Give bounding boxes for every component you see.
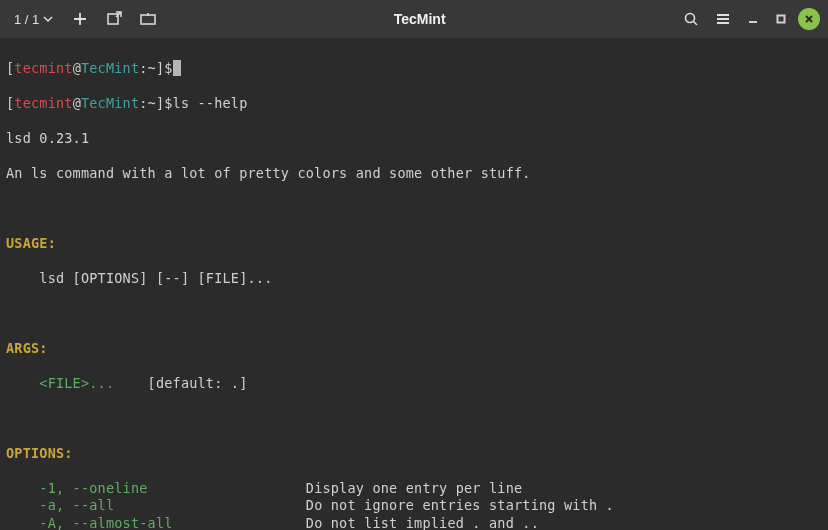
svg-rect-1 [141, 15, 155, 24]
prompt-host: TecMint [81, 60, 139, 76]
usage-header: USAGE: [6, 235, 822, 253]
prompt-path: :~ [139, 95, 156, 111]
option-desc: Display one entry per line [306, 480, 523, 496]
prompt-dollar: $ [164, 60, 172, 76]
close-button[interactable] [798, 8, 820, 30]
indent [148, 480, 306, 498]
svg-rect-3 [778, 16, 785, 23]
search-button[interactable] [678, 6, 704, 32]
menu-button[interactable] [710, 6, 736, 32]
bracket-close: ] [156, 60, 164, 76]
option-row: -A, --almost-all Do not list implied . a… [6, 515, 822, 531]
option-row: -1, --oneline Display one entry per line [6, 480, 822, 498]
prompt-at: @ [73, 60, 81, 76]
blank-line [6, 200, 822, 218]
blank-line [6, 305, 822, 323]
titlebar-left: 1 / 1 [8, 6, 161, 32]
cursor-icon [173, 60, 181, 76]
args-header: ARGS: [6, 340, 822, 358]
new-window-button[interactable] [101, 6, 127, 32]
titlebar-right [678, 6, 820, 32]
split-terminal-button[interactable] [135, 6, 161, 32]
option-flag: -a, --all [39, 497, 114, 513]
indent [173, 515, 306, 531]
blank-line [6, 410, 822, 428]
option-flag: -A, --almost-all [39, 515, 172, 531]
minimize-button[interactable] [742, 8, 764, 30]
options-header: OPTIONS: [6, 445, 822, 463]
chevron-down-icon [43, 14, 53, 24]
option-desc: Do not list implied . and .. [306, 515, 539, 531]
args-line: <FILE>... [default: .] [6, 375, 822, 393]
window-title: TecMint [165, 11, 674, 27]
titlebar: 1 / 1 TecMint [0, 0, 828, 38]
prompt-host: TecMint [81, 95, 139, 111]
new-tab-button[interactable] [67, 6, 93, 32]
args-default: [default: .] [148, 375, 248, 391]
args-file: <FILE>... [39, 375, 114, 391]
indent [6, 480, 39, 498]
tab-count-text: 1 / 1 [14, 12, 39, 27]
help-version: lsd 0.23.1 [6, 130, 822, 148]
help-description: An ls command with a lot of pretty color… [6, 165, 822, 183]
indent [6, 515, 39, 531]
prompt-dollar: $ [164, 95, 172, 111]
option-flag: -1, --oneline [39, 480, 147, 496]
option-row: -a, --all Do not ignore entries starting… [6, 497, 822, 515]
usage-line: lsd [OPTIONS] [--] [FILE]... [6, 270, 822, 288]
prompt-line-2: [tecmint@TecMint:~]$ls --help [6, 95, 822, 113]
tab-counter[interactable]: 1 / 1 [8, 8, 59, 31]
prompt-user: tecmint [14, 60, 72, 76]
maximize-button[interactable] [770, 8, 792, 30]
option-desc: Do not ignore entries starting with . [306, 497, 614, 513]
prompt-user: tecmint [14, 95, 72, 111]
prompt-line-1: [tecmint@TecMint:~]$ [6, 60, 822, 78]
command-text: ls --help [173, 95, 248, 111]
prompt-at: @ [73, 95, 81, 111]
indent [6, 497, 39, 515]
terminal-content[interactable]: [tecmint@TecMint:~]$ [tecmint@TecMint:~]… [0, 38, 828, 530]
prompt-path: :~ [139, 60, 156, 76]
bracket-close: ] [156, 95, 164, 111]
options-list: -1, --oneline Display one entry per line… [6, 480, 822, 531]
svg-point-2 [686, 14, 695, 23]
indent [114, 497, 306, 515]
